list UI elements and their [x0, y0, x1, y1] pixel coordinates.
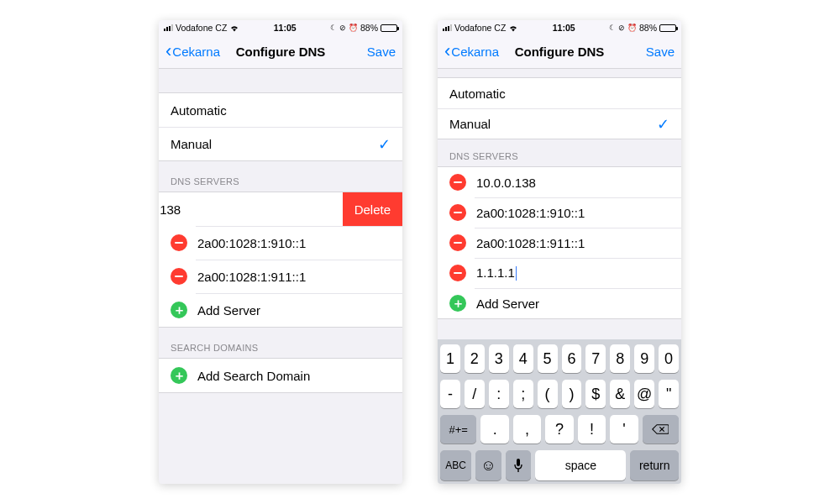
key-8[interactable]: 8	[610, 344, 630, 373]
signal-icon	[164, 24, 173, 31]
key-symbols[interactable]: #+=	[440, 415, 476, 444]
signal-icon	[443, 24, 452, 31]
remove-icon[interactable]	[449, 234, 466, 251]
status-bar: Vodafone CZ 11:05 ☾ ⊘ ⏰ 88%	[159, 20, 402, 35]
alarm-icon: ⏰	[349, 24, 358, 32]
dns-value: .0.0.138	[159, 202, 181, 217]
add-icon[interactable]: ＋	[449, 295, 466, 312]
key-5[interactable]: 5	[538, 344, 558, 373]
key-1[interactable]: 1	[440, 344, 460, 373]
key-lparen[interactable]: (	[538, 380, 558, 408]
dns-row-swiped[interactable]: .0.0.138 Delete	[159, 192, 402, 226]
wifi-icon	[229, 24, 239, 32]
back-label: Cekarna	[451, 45, 499, 59]
key-backspace[interactable]	[643, 415, 679, 444]
mode-group: Automatic Manual ✓	[438, 77, 681, 139]
phone-left: Vodafone CZ 11:05 ☾ ⊘ ⏰ 88% ‹ Cekarna Co…	[159, 20, 402, 484]
text-cursor	[516, 266, 517, 281]
phone-right: Vodafone CZ 11:05 ☾ ⊘ ⏰ 88% ‹ Cekarna Co…	[438, 20, 681, 484]
mode-automatic[interactable]: Automatic	[438, 78, 681, 108]
key-question[interactable]: ?	[545, 415, 573, 444]
key-slash[interactable]: /	[465, 380, 485, 408]
battery-pct: 88%	[360, 23, 378, 33]
back-button[interactable]: ‹ Cekarna	[444, 45, 515, 59]
status-bar: Vodafone CZ 11:05 ☾ ⊘ ⏰ 88%	[438, 20, 681, 35]
dns-row[interactable]: 2a00:1028:1:910::1	[159, 226, 402, 260]
navbar: ‹ Cekarna Configure DNS Save	[438, 35, 681, 69]
key-comma[interactable]: ,	[513, 415, 541, 444]
key-dollar[interactable]: $	[585, 380, 606, 408]
dns-row[interactable]: 2a00:1028:1:911::1	[159, 260, 402, 293]
battery-pct: 88%	[639, 23, 657, 33]
dns-row-editing[interactable]: 1.1.1.1	[438, 258, 681, 288]
key-amp[interactable]: &	[610, 380, 630, 408]
dnd-icon: ☾	[330, 24, 337, 32]
key-apostrophe[interactable]: '	[610, 415, 638, 444]
dns-value: 2a00:1028:1:911::1	[476, 236, 585, 250]
dns-servers-header: DNS SERVERS	[438, 139, 681, 166]
lock-icon: ⊘	[339, 24, 346, 32]
emoji-icon: ☺	[480, 457, 496, 475]
remove-icon[interactable]	[449, 174, 466, 191]
mode-manual[interactable]: Manual ✓	[438, 108, 681, 139]
dns-value: 10.0.0.138	[476, 176, 536, 190]
svg-rect-0	[517, 459, 520, 466]
key-emoji[interactable]: ☺	[475, 450, 501, 480]
key-mic[interactable]	[506, 450, 531, 480]
clock-label: 11:05	[274, 23, 297, 33]
back-label: Cekarna	[172, 45, 220, 59]
key-return[interactable]: return	[630, 450, 679, 480]
dns-row[interactable]: 2a00:1028:1:911::1	[438, 228, 681, 258]
dns-servers-group: .0.0.138 Delete 2a00:1028:1:910::1 2a00:…	[159, 192, 402, 328]
dns-value: 2a00:1028:1:911::1	[197, 270, 306, 284]
delete-button[interactable]: Delete	[343, 192, 402, 226]
add-domain-label: Add Search Domain	[197, 369, 310, 383]
save-button[interactable]: Save	[325, 45, 396, 59]
add-search-domain-row[interactable]: ＋ Add Search Domain	[159, 359, 402, 392]
key-2[interactable]: 2	[465, 344, 485, 373]
key-period[interactable]: .	[480, 415, 508, 444]
carrier-label: Vodafone CZ	[176, 23, 227, 33]
add-server-row[interactable]: ＋ Add Server	[159, 293, 402, 327]
key-semicolon[interactable]: ;	[513, 380, 533, 408]
remove-icon[interactable]	[171, 268, 187, 285]
clock-label: 11:05	[553, 23, 575, 33]
key-exclaim[interactable]: !	[578, 415, 606, 444]
add-server-label: Add Server	[476, 297, 539, 311]
key-0[interactable]: 0	[659, 344, 679, 373]
remove-icon[interactable]	[449, 265, 466, 281]
search-domains-group: ＋ Add Search Domain	[159, 358, 402, 393]
wifi-icon	[508, 24, 518, 32]
add-server-label: Add Server	[197, 303, 260, 318]
add-icon[interactable]: ＋	[171, 302, 187, 318]
dns-servers-header: DNS SERVERS	[159, 161, 402, 192]
key-colon[interactable]: :	[489, 380, 509, 408]
key-space[interactable]: space	[535, 450, 626, 480]
dns-row[interactable]: 2a00:1028:1:910::1	[438, 197, 681, 228]
remove-icon[interactable]	[171, 234, 187, 251]
mode-automatic[interactable]: Automatic	[159, 93, 402, 127]
key-at[interactable]: @	[634, 380, 654, 408]
key-7[interactable]: 7	[585, 344, 606, 373]
key-6[interactable]: 6	[562, 344, 582, 373]
keyboard: 1 2 3 4 5 6 7 8 9 0 - / : ; ( ) $ & @ " …	[438, 339, 681, 484]
key-quote[interactable]: "	[659, 380, 679, 408]
dns-input[interactable]: 1.1.1.1	[476, 265, 517, 281]
key-4[interactable]: 4	[513, 344, 533, 373]
add-server-row[interactable]: ＋ Add Server	[438, 288, 681, 318]
add-icon[interactable]: ＋	[171, 367, 187, 384]
mic-icon	[513, 458, 523, 473]
key-rparen[interactable]: )	[562, 380, 582, 408]
key-abc[interactable]: ABC	[440, 450, 471, 480]
save-button[interactable]: Save	[604, 45, 675, 59]
key-dash[interactable]: -	[440, 380, 460, 408]
key-3[interactable]: 3	[489, 344, 509, 373]
dns-value: 2a00:1028:1:910::1	[476, 206, 585, 220]
dns-value: 2a00:1028:1:910::1	[197, 236, 306, 250]
dns-row[interactable]: 10.0.0.138	[438, 167, 681, 197]
mode-manual[interactable]: Manual ✓	[159, 127, 402, 160]
back-button[interactable]: ‹ Cekarna	[165, 45, 236, 59]
remove-icon[interactable]	[449, 204, 466, 221]
key-9[interactable]: 9	[634, 344, 654, 373]
dnd-icon: ☾	[609, 24, 616, 32]
